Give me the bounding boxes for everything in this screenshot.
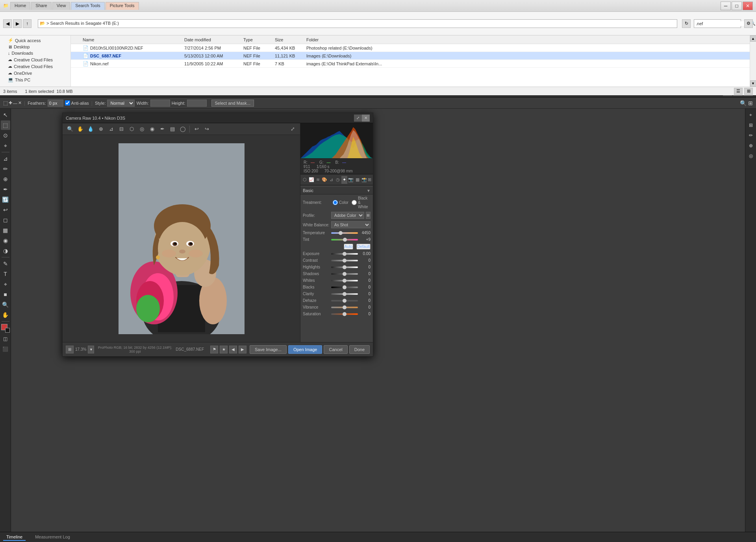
- file-row[interactable]: 📄 Nikon.nef 11/9/2005 10:22 AM NEF File …: [71, 60, 750, 68]
- cr-contrast-thumb[interactable]: [343, 259, 346, 263]
- cr-tool-wb[interactable]: 💧: [86, 125, 95, 133]
- cr-exposure-thumb[interactable]: [343, 252, 346, 256]
- tool-shape[interactable]: ■: [1, 290, 10, 299]
- sidebar-item-quickaccess[interactable]: ⚡Quick access: [0, 37, 70, 44]
- tab-search-tools[interactable]: Search Tools: [71, 2, 104, 10]
- back-button[interactable]: ◀: [3, 19, 12, 28]
- settings-button[interactable]: ⚙: [744, 19, 753, 28]
- refresh-button[interactable]: ↻: [682, 19, 691, 28]
- cr-tool-hand[interactable]: ✋: [76, 125, 85, 133]
- sidebar-item-onedrive[interactable]: ☁OneDrive: [0, 70, 70, 76]
- cr-section-collapse[interactable]: ▼: [367, 189, 371, 193]
- tool-eraser[interactable]: ◻: [1, 215, 10, 225]
- col-name[interactable]: Name: [71, 37, 181, 42]
- tool-lasso[interactable]: ⊙: [1, 131, 10, 140]
- cr-blacks-slider[interactable]: [331, 287, 358, 288]
- feather-input[interactable]: [48, 100, 63, 107]
- cr-panel-overflow-button[interactable]: ⊞: [368, 177, 371, 182]
- tool-eyedropper[interactable]: ✏: [1, 164, 10, 174]
- cr-prev-button[interactable]: ◀: [229, 346, 237, 353]
- options-icon[interactable]: ⊞: [748, 100, 753, 106]
- up-button[interactable]: ↑: [23, 19, 32, 28]
- tool-gradient[interactable]: ▦: [1, 226, 10, 235]
- cr-saturation-thumb[interactable]: [343, 312, 346, 316]
- cr-tool-spotremoval[interactable]: ◎: [137, 125, 146, 133]
- tool-dodge[interactable]: ◑: [1, 246, 10, 255]
- tool-clone[interactable]: 🔃: [1, 195, 10, 204]
- cr-clarity-slider[interactable]: [331, 293, 358, 295]
- forward-button[interactable]: ▶: [13, 19, 22, 28]
- col-folder[interactable]: Folder: [303, 37, 750, 42]
- cr-tool-zoom[interactable]: 🔍: [66, 125, 74, 133]
- cr-tool-straighten[interactable]: ⊟: [117, 125, 126, 133]
- cr-fullscreen-button[interactable]: ⤢: [288, 125, 297, 133]
- cr-wb-select[interactable]: As Shot: [331, 221, 371, 228]
- cr-temp-slider[interactable]: [331, 232, 358, 234]
- tool-blur[interactable]: ◉: [1, 236, 10, 245]
- cr-tool-adjustbrush[interactable]: ✒: [158, 125, 167, 133]
- cr-flag-button[interactable]: ⚑: [210, 346, 218, 353]
- cr-tab-hsl[interactable]: 🎨: [322, 176, 328, 184]
- ps-right-tool-4[interactable]: ⊕: [746, 141, 756, 150]
- cr-profile-grid-button[interactable]: ⊞: [366, 212, 371, 219]
- cr-auto-button[interactable]: Auto: [344, 244, 354, 250]
- tool-crop[interactable]: ⊿: [1, 154, 10, 163]
- tab-home[interactable]: Home: [10, 2, 30, 10]
- cr-zoom-mode-button[interactable]: ⊞: [66, 346, 74, 353]
- cr-tool-undo[interactable]: ↩: [192, 125, 201, 133]
- sidebar-item-creative2[interactable]: ☁Creative Cloud Files: [0, 63, 70, 70]
- cr-done-button[interactable]: Done: [349, 345, 370, 354]
- cr-blacks-thumb[interactable]: [343, 285, 346, 289]
- cr-tool-redo[interactable]: ↪: [202, 125, 211, 133]
- col-size[interactable]: Size: [272, 37, 303, 42]
- scroll-up-button[interactable]: ▲: [750, 35, 756, 42]
- cr-whites-slider[interactable]: [331, 280, 358, 281]
- cr-exposure-slider[interactable]: [331, 253, 358, 255]
- cr-expand-button[interactable]: ⤢: [354, 115, 362, 122]
- cr-save-image-button[interactable]: Save Image...: [250, 345, 287, 354]
- tool-magic-wand[interactable]: ⌖: [1, 141, 10, 150]
- cr-tool-transform[interactable]: ⬡: [127, 125, 136, 133]
- cr-close-button[interactable]: ✕: [362, 115, 370, 122]
- view-large-button[interactable]: ⊞: [744, 88, 753, 95]
- tool-move[interactable]: ↖: [1, 110, 10, 120]
- cr-bw-radio[interactable]: Black & White: [352, 196, 371, 209]
- cr-tab-presets[interactable]: ▦: [355, 176, 361, 184]
- cr-tab-splitstone[interactable]: ⊿: [328, 176, 334, 184]
- cr-tab-detail[interactable]: ≋: [315, 176, 321, 184]
- cr-shadows-slider[interactable]: [331, 273, 358, 275]
- sidebar-item-downloads[interactable]: ↓Downloads: [0, 50, 70, 56]
- anti-alias-checkbox[interactable]: Anti-alias: [65, 100, 89, 105]
- cr-tint-slider[interactable]: [331, 239, 358, 240]
- maximize-button[interactable]: □: [732, 2, 742, 10]
- tool-zoom[interactable]: 🔍: [1, 300, 10, 309]
- ps-tab-measurement[interactable]: Measurement Log: [32, 534, 73, 541]
- col-date[interactable]: Date modified: [181, 37, 240, 42]
- tool-brush[interactable]: ✒: [1, 185, 10, 194]
- tool-select-rect[interactable]: ⬚: [1, 120, 10, 130]
- cr-default-button[interactable]: Default: [356, 244, 371, 250]
- sidebar-item-thispc[interactable]: 💻This PC: [0, 76, 70, 83]
- cr-contrast-slider[interactable]: [331, 260, 358, 261]
- cr-tab-fx[interactable]: ✦: [341, 176, 347, 184]
- width-input[interactable]: [150, 100, 170, 107]
- cr-vibrance-slider[interactable]: [331, 307, 358, 308]
- cr-highlights-slider[interactable]: [331, 266, 358, 268]
- cr-temp-thumb[interactable]: [339, 231, 343, 235]
- search-input[interactable]: [696, 21, 750, 26]
- cr-tool-crop[interactable]: ⊿: [107, 125, 115, 133]
- cr-tab-camera[interactable]: 📷: [348, 176, 354, 184]
- ps-right-tool-2[interactable]: ⊞: [746, 120, 756, 130]
- cr-zoom-menu-button[interactable]: ▼: [88, 346, 94, 353]
- cr-cancel-button[interactable]: Cancel: [324, 345, 347, 354]
- tab-share[interactable]: Share: [31, 2, 51, 10]
- minimize-button[interactable]: ─: [721, 2, 731, 10]
- cr-highlights-thumb[interactable]: [343, 265, 346, 269]
- sidebar-item-creative1[interactable]: ☁Creative Cloud Files: [0, 56, 70, 63]
- cr-saturation-slider[interactable]: [331, 313, 358, 315]
- cr-tab-lens[interactable]: ◷: [335, 176, 341, 184]
- cr-tool-radialfilter[interactable]: ◯: [178, 125, 187, 133]
- foreground-color-swatch[interactable]: [1, 324, 10, 333]
- view-details-button[interactable]: ☰: [734, 88, 743, 95]
- cr-next-button[interactable]: ▶: [239, 346, 246, 353]
